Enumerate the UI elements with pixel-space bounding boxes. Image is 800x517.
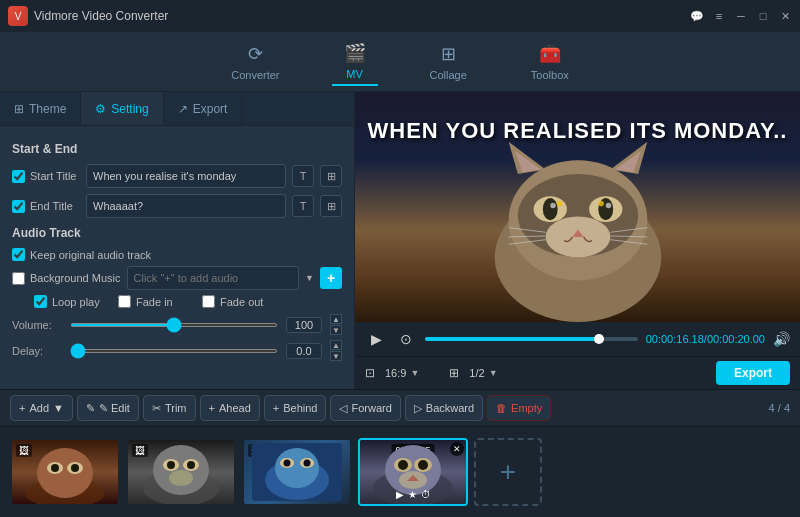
timeline-item-4[interactable]: 00:00:05 ▶ ★ ⏱ ✕ <box>358 438 468 506</box>
fade-out-text: Fade out <box>220 296 263 308</box>
edit-label: ✎ Edit <box>99 402 130 415</box>
start-end-title: Start & End <box>12 142 342 156</box>
end-title-checkbox-label[interactable]: End Title <box>12 200 80 213</box>
nav-item-collage[interactable]: ⊞ Collage <box>418 39 479 85</box>
tab-setting[interactable]: ⚙ Setting <box>81 92 163 125</box>
volume-label: Volume: <box>12 319 62 331</box>
toolbox-icon: 🧰 <box>539 43 561 65</box>
loop-play-text: Loop play <box>52 296 100 308</box>
total-time: 00:00:20.00 <box>707 333 765 345</box>
trim-label: Trim <box>165 402 187 414</box>
svg-point-27 <box>51 464 59 472</box>
delay-slider[interactable] <box>70 349 278 353</box>
start-title-checkbox[interactable] <box>12 170 25 183</box>
add-audio-button[interactable]: + <box>320 267 342 289</box>
volume-row: Volume: ▲ ▼ <box>12 314 342 335</box>
start-title-label: Start Title <box>30 170 76 182</box>
play-button[interactable]: ▶ <box>365 328 387 350</box>
timeline-item-4-close[interactable]: ✕ <box>450 442 464 456</box>
timeline-item-2[interactable]: 🖼 <box>126 438 236 506</box>
video-area: WHEN YOU REALISED ITS MONDAY.. <box>355 92 800 322</box>
delay-spinner: ▲ ▼ <box>330 340 342 361</box>
volume-slider[interactable] <box>70 323 278 327</box>
keep-original-label[interactable]: Keep original audio track <box>12 248 151 261</box>
fade-in-label[interactable]: Fade in <box>118 295 186 308</box>
ahead-button[interactable]: + Ahead <box>200 395 260 421</box>
forward-label: Forward <box>351 402 391 414</box>
theme-tab-label: Theme <box>29 102 66 116</box>
export-button[interactable]: Export <box>716 361 790 385</box>
svg-point-38 <box>275 448 319 488</box>
volume-value[interactable] <box>286 317 322 333</box>
svg-point-42 <box>304 460 311 467</box>
nav-item-toolbox[interactable]: 🧰 Toolbox <box>519 39 581 85</box>
end-title-input[interactable] <box>86 194 286 218</box>
mv-icon: 🎬 <box>344 42 366 64</box>
start-title-input[interactable] <box>86 164 286 188</box>
maximize-icon[interactable]: □ <box>756 9 770 23</box>
end-title-label: End Title <box>30 200 73 212</box>
page-icon: ⊞ <box>449 366 459 380</box>
empty-label: Empty <box>511 402 542 414</box>
delay-up-btn[interactable]: ▲ <box>330 340 342 350</box>
fade-out-checkbox[interactable] <box>202 295 215 308</box>
fade-in-checkbox[interactable] <box>118 295 131 308</box>
empty-button[interactable]: 🗑 Empty <box>487 395 551 421</box>
minimize-icon[interactable]: ─ <box>734 9 748 23</box>
close-icon[interactable]: ✕ <box>778 9 792 23</box>
toolbar: + Add ▼ ✎ ✎ Edit ✂ Trim + Ahead + Behind… <box>0 389 800 427</box>
thumb-clock-icon: ⏱ <box>421 489 431 500</box>
loop-play-label[interactable]: Loop play <box>34 295 102 308</box>
delay-value[interactable] <box>286 343 322 359</box>
collage-label: Collage <box>430 69 467 81</box>
ratio-select[interactable]: 16:9 ▼ <box>385 367 419 379</box>
menu-icon[interactable]: ≡ <box>712 9 726 23</box>
export-tab-icon: ↗ <box>178 102 188 116</box>
chat-icon[interactable]: 💬 <box>690 9 704 23</box>
timeline-item-1[interactable]: 🖼 <box>10 438 120 506</box>
main-layout: ⊞ Theme ⚙ Setting ↗ Export Start & End S… <box>0 92 800 389</box>
nav-item-mv[interactable]: 🎬 MV <box>332 38 378 86</box>
keep-original-checkbox[interactable] <box>12 248 25 261</box>
volume-down-btn[interactable]: ▼ <box>330 325 342 335</box>
loop-play-checkbox[interactable] <box>34 295 47 308</box>
trim-button[interactable]: ✂ Trim <box>143 395 196 421</box>
progress-bar[interactable] <box>425 337 638 341</box>
backward-button[interactable]: ▷ Backward <box>405 395 483 421</box>
forward-button[interactable]: ◁ Forward <box>330 395 400 421</box>
timeline: 🖼 🖼 <box>0 427 800 517</box>
converter-icon: ⟳ <box>248 43 263 65</box>
start-title-row: Start Title T ⊞ <box>12 164 342 188</box>
background-music-checkbox[interactable] <box>12 272 25 285</box>
fade-out-label[interactable]: Fade out <box>202 295 270 308</box>
end-title-font-btn[interactable]: T <box>292 195 314 217</box>
stop-button[interactable]: ⊙ <box>395 328 417 350</box>
page-select[interactable]: 1/2 ▼ <box>469 367 497 379</box>
volume-spinner: ▲ ▼ <box>330 314 342 335</box>
nav-item-converter[interactable]: ⟳ Converter <box>219 39 291 85</box>
volume-up-btn[interactable]: ▲ <box>330 314 342 324</box>
end-title-grid-btn[interactable]: ⊞ <box>320 195 342 217</box>
background-music-input[interactable] <box>127 266 300 290</box>
start-title-grid-btn[interactable]: ⊞ <box>320 165 342 187</box>
ratio-dropdown-icon: ▼ <box>410 368 419 378</box>
add-timeline-button[interactable]: + <box>474 438 542 506</box>
start-title-checkbox-label[interactable]: Start Title <box>12 170 80 183</box>
behind-button[interactable]: + Behind <box>264 395 327 421</box>
ahead-label: Ahead <box>219 402 251 414</box>
forward-icon: ◁ <box>339 402 347 415</box>
tab-export[interactable]: ↗ Export <box>164 92 243 125</box>
delay-down-btn[interactable]: ▼ <box>330 351 342 361</box>
progress-thumb <box>594 334 604 344</box>
timeline-item-3[interactable]: 🖼 <box>242 438 352 506</box>
titlebar-controls[interactable]: 💬 ≡ ─ □ ✕ <box>690 9 792 23</box>
background-music-label[interactable]: Background Music <box>12 272 121 285</box>
top-navigation: ⟳ Converter 🎬 MV ⊞ Collage 🧰 Toolbox <box>0 32 800 92</box>
volume-button[interactable]: 🔊 <box>773 331 790 347</box>
export-tab-label: Export <box>193 102 228 116</box>
add-button[interactable]: + Add ▼ <box>10 395 73 421</box>
tab-theme[interactable]: ⊞ Theme <box>0 92 81 125</box>
end-title-checkbox[interactable] <box>12 200 25 213</box>
edit-button[interactable]: ✎ ✎ Edit <box>77 395 139 421</box>
start-title-font-btn[interactable]: T <box>292 165 314 187</box>
